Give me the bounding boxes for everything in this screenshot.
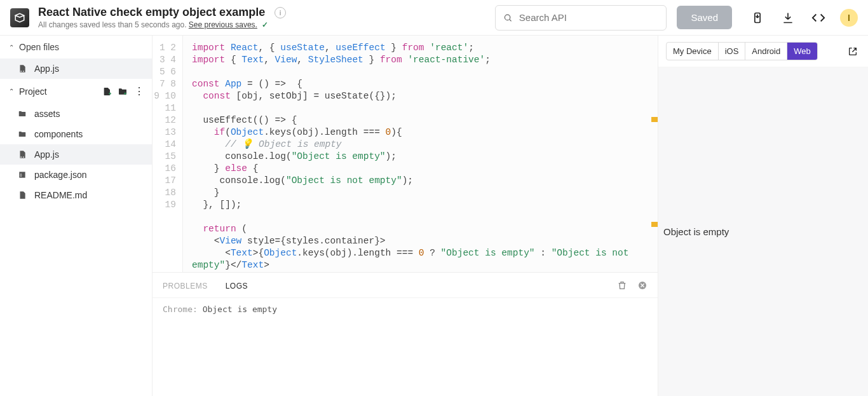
file-icon (18, 64, 28, 73)
new-folder-icon[interactable] (118, 86, 130, 97)
platform-tab-my-device[interactable]: My Device (667, 43, 719, 60)
logs-output: Chrome: Object is empty (153, 298, 658, 396)
saved-button[interactable]: Saved (677, 6, 732, 29)
save-status-text: All changes saved less than 5 seconds ag… (38, 20, 189, 29)
code-editor[interactable]: 1 2 3 4 5 6 7 8 9 10 11 12 13 14 15 16 1… (153, 36, 658, 272)
folder-icon (18, 109, 28, 118)
warning-mark[interactable] (651, 117, 658, 122)
file-name: components (34, 129, 83, 139)
download-icon[interactable] (780, 10, 796, 25)
project-header[interactable]: ⌃ Project ⋮ (0, 79, 152, 104)
file-icon: {} (18, 170, 28, 179)
file-icon (18, 150, 28, 159)
bottom-panel: PROBLEMSLOGS Chrome: Object is empty (153, 272, 658, 396)
platform-tab-ios[interactable]: iOS (719, 43, 746, 60)
app-header: React Native check empty object example … (0, 0, 868, 36)
embed-icon[interactable] (811, 10, 826, 25)
project-title: React Native check empty object example … (38, 6, 286, 19)
search-input[interactable] (519, 12, 659, 23)
gutter: 1 2 3 4 5 6 7 8 9 10 11 12 13 14 15 16 1… (153, 36, 183, 272)
file-item-app-js[interactable]: App.js (0, 144, 152, 165)
info-icon[interactable]: i (275, 7, 286, 18)
chevron-down-icon: ⌃ (9, 44, 14, 51)
file-item-package-json[interactable]: {}package.json (0, 165, 152, 185)
svg-point-2 (20, 71, 22, 72)
popout-icon[interactable] (845, 44, 860, 59)
warning-strip (649, 36, 658, 272)
file-name: assets (34, 109, 60, 119)
file-name: package.json (34, 170, 87, 180)
panel-tab-logs[interactable]: LOGS (226, 282, 248, 290)
platform-tab-android[interactable]: Android (745, 43, 787, 60)
file-name: README.md (34, 190, 87, 200)
new-file-icon[interactable] (102, 86, 115, 97)
project-title-text: React Native check empty object example (38, 6, 265, 18)
app-logo (10, 8, 29, 27)
warning-mark[interactable] (651, 222, 658, 227)
svg-point-0 (505, 15, 510, 20)
preview-pane: My DeviceiOSAndroidWeb Object is empty (658, 36, 868, 396)
device-icon[interactable] (750, 10, 765, 25)
file-name: App.js (34, 149, 59, 160)
panel-tabs: PROBLEMSLOGS (153, 273, 658, 298)
file-item-app-js[interactable]: App.js (0, 58, 152, 79)
svg-point-5 (23, 156, 24, 158)
folder-icon (18, 130, 28, 139)
platform-tab-web[interactable]: Web (787, 43, 817, 60)
sidebar: ⌃ Open files App.js ⌃ Project ⋮ assetsco… (0, 36, 153, 396)
svg-point-3 (23, 71, 24, 72)
avatar[interactable]: I (840, 9, 858, 27)
search-icon (503, 13, 512, 23)
preview-output: Object is empty (658, 67, 868, 396)
check-icon: ✓ (262, 20, 268, 29)
more-icon[interactable]: ⋮ (133, 85, 146, 97)
file-item-components[interactable]: components (0, 124, 152, 144)
close-panel-icon[interactable] (637, 280, 648, 290)
platform-tabs: My DeviceiOSAndroidWeb (666, 42, 818, 60)
svg-text:{}: {} (20, 174, 23, 177)
panel-tab-problems[interactable]: PROBLEMS (163, 282, 208, 290)
file-name: App.js (34, 64, 59, 74)
save-status: All changes saved less than 5 seconds ag… (38, 20, 286, 29)
log-message: Object is empty (203, 304, 277, 314)
chevron-down-icon: ⌃ (9, 88, 14, 95)
log-source: Chrome: (163, 304, 198, 314)
file-icon (18, 191, 28, 200)
open-files-header[interactable]: ⌃ Open files (0, 36, 152, 58)
file-item-readme-md[interactable]: README.md (0, 185, 152, 205)
svg-point-4 (20, 156, 22, 158)
project-label: Project (19, 86, 100, 97)
code-content[interactable]: import React, { useState, useEffect } fr… (183, 36, 658, 272)
file-item-assets[interactable]: assets (0, 104, 152, 124)
open-files-label: Open files (19, 42, 59, 52)
search-box[interactable] (495, 5, 667, 31)
preview-text: Object is empty (663, 226, 729, 237)
trash-icon[interactable] (617, 280, 627, 290)
previous-saves-link[interactable]: See previous saves. (189, 20, 257, 29)
